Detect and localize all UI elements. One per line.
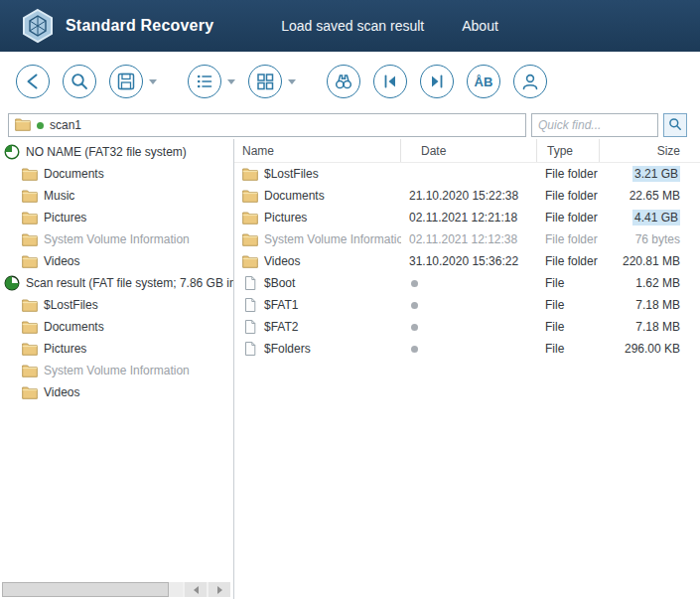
tree-panel: NO NAME (FAT32 file system) Documents Mu… [0,139,234,599]
tree-item-music[interactable]: Music [0,185,233,207]
file-size: 296.00 KB [625,342,680,356]
floppy-icon [115,71,137,92]
tree-item-documents[interactable]: Documents [0,163,233,185]
tree-item-system-volume-information[interactable]: System Volume Information [0,228,233,250]
app-window: Standard Recovery Load saved scan result… [0,0,700,599]
save-button[interactable] [109,65,143,98]
find-button[interactable] [327,65,360,98]
tree-item-label: NO NAME (FAT32 file system) [26,145,187,159]
menu-item-load-saved-scan[interactable]: Load saved scan result [281,18,424,34]
scrollbar-track[interactable] [169,582,183,597]
tree-item-videos-scan[interactable]: Videos [0,381,233,403]
file-list-panel: Name Date Type Size $LostFiles File fold… [234,139,700,599]
tree-item-label: System Volume Information [44,232,190,246]
file-type: File folder [537,211,600,225]
file-icon [242,341,258,357]
scrollbar-thumb[interactable] [2,582,169,597]
file-row-lostfiles[interactable]: $LostFiles File folder 3.21 GB [234,163,700,185]
folder-icon [22,364,38,377]
main-menu: Load saved scan result About [281,18,498,34]
quick-find-button[interactable] [663,113,687,137]
grid-view-dropdown-caret-icon[interactable] [288,79,296,84]
file-date: 31.10.2020 15:36:22 [409,254,518,268]
main-area: NO NAME (FAT32 file system) Documents Mu… [0,139,700,599]
file-row-boot[interactable]: $Boot File 1.62 MB [234,272,700,294]
quick-find-input[interactable] [531,113,658,137]
column-header-name[interactable]: Name [234,139,401,162]
previous-icon [379,71,401,92]
path-value: scan1 [50,118,81,132]
binoculars-icon [333,71,354,92]
file-row-pictures[interactable]: Pictures 02.11.2021 12:21:18 File folder… [234,207,700,228]
file-row-fat1[interactable]: $FAT1 File 7.18 MB [234,294,700,316]
folder-icon [22,211,38,225]
column-header-type[interactable]: Type [537,139,600,162]
file-row-fat2[interactable]: $FAT2 File 7.18 MB [234,316,700,338]
tree-item-lostfiles[interactable]: $LostFiles [0,294,233,316]
file-row-system-volume-information[interactable]: System Volume Information 02.11.2021 12:… [234,228,700,250]
scroll-right-button[interactable] [209,582,230,597]
file-name: $FAT2 [264,320,298,334]
file-name: $Folders [264,342,311,356]
file-name: $FAT1 [264,298,298,312]
app-title: Standard Recovery [66,17,213,35]
file-date: 02.11.2021 12:21:18 [409,211,517,225]
tree-item-pictures[interactable]: Pictures [0,207,233,228]
tree-item-no-name-volume[interactable]: NO NAME (FAT32 file system) [0,141,233,163]
file-size: 3.21 GB [632,166,680,182]
tree-item-system-volume-information-scan[interactable]: System Volume Information [0,360,233,381]
tree-item-label: Documents [44,320,104,334]
file-name: $Boot [264,276,295,290]
file-size: 7.18 MB [635,298,680,312]
scroll-left-button[interactable] [185,582,207,597]
magnifier-icon [69,71,90,92]
horizontal-scrollbar[interactable] [2,582,230,597]
tree-item-documents-scan[interactable]: Documents [0,316,233,338]
file-name: Documents [264,189,325,203]
tree-item-label: Scan result (FAT file system; 7.86 GB in… [26,276,233,290]
tree-item-pictures-scan[interactable]: Pictures [0,338,233,360]
file-size: 76 bytes [635,232,680,246]
folder-icon [22,320,38,334]
file-row-folders[interactable]: $Folders File 296.00 KB [234,338,700,360]
search-button[interactable] [63,65,96,98]
file-name: Pictures [264,211,307,225]
save-dropdown-caret-icon[interactable] [149,79,157,84]
file-size: 1.62 MB [635,276,680,290]
folder-icon [22,232,38,246]
grid-view-button[interactable] [248,65,282,98]
back-button[interactable] [16,65,50,98]
file-size: 220.81 MB [623,254,680,268]
menu-item-about[interactable]: About [462,18,498,34]
tree-item-label: Pictures [44,211,86,225]
step-back-button[interactable] [373,65,407,98]
file-size: 7.18 MB [635,320,680,334]
app-logo-icon [20,8,56,44]
file-date: 02.11.2021 12:12:38 [409,232,517,246]
pending-date-indicator [411,346,418,353]
magnifier-icon [667,116,683,135]
list-view-dropdown-caret-icon[interactable] [227,79,235,84]
path-input[interactable]: scan1 [8,113,526,137]
folder-icon [22,189,38,203]
folder-icon [242,189,258,203]
encoding-button[interactable]: ÅB [467,65,500,98]
file-size: 4.41 GB [632,210,680,225]
step-forward-button[interactable] [420,65,454,98]
list-view-button[interactable] [188,65,221,98]
folder-icon [242,232,258,246]
tree-item-videos[interactable]: Videos [0,250,233,272]
file-row-documents[interactable]: Documents 21.10.2020 15:22:38 File folde… [234,185,700,207]
file-icon [242,275,258,291]
user-button[interactable] [513,65,547,98]
tree-item-label: Videos [44,254,79,268]
column-header-date[interactable]: Date [401,139,537,162]
folder-icon [22,254,38,268]
file-type: File [537,320,600,334]
folder-icon [22,342,38,356]
file-row-videos[interactable]: Videos 31.10.2020 15:36:22 File folder 2… [234,250,700,272]
tree-item-label: System Volume Information [44,364,190,377]
tree-item-scan-result-volume[interactable]: Scan result (FAT file system; 7.86 GB in… [0,272,233,294]
file-type: File [537,298,600,312]
column-header-size[interactable]: Size [600,139,700,162]
